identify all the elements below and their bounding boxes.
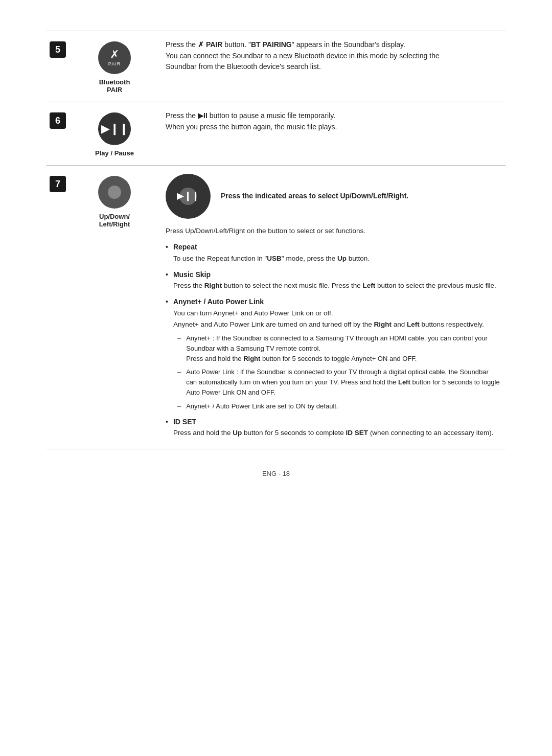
row-icon-nav: Up/Down/Left/Right bbox=[74, 166, 155, 449]
bluetooth-desc: Press the ✗ PAIR button. "BT PAIRING" ap… bbox=[166, 40, 440, 71]
nav-large-center: ▶❙❙ bbox=[179, 188, 197, 205]
row-num-6: 6 bbox=[46, 102, 74, 165]
playpause-button-icon: ▶❙❙ bbox=[98, 112, 131, 145]
playpause-icon-label: Play / Pause bbox=[95, 149, 134, 157]
playpause-desc: Press the ▶II button to pause a music fi… bbox=[166, 111, 337, 131]
row-nav: 7 Up/Down/Left/Right ▶❙❙ Press the indic… bbox=[46, 166, 506, 449]
manual-page: 5 ✗ PAIR BluetoothPAIR Press the ✗ PAIR … bbox=[46, 31, 506, 493]
bullet-content-anynet: Anynet+ / Auto Power Link You can turn A… bbox=[173, 296, 501, 411]
bluetooth-button-icon: ✗ PAIR bbox=[98, 41, 131, 74]
playpause-symbol-icon: ▶❙❙ bbox=[101, 122, 128, 135]
bullet-content-music-skip: Music Skip Press the Right button to sel… bbox=[173, 269, 496, 292]
row-content-nav: ▶❙❙ Press the indicated areas to select … bbox=[155, 166, 506, 449]
bullet-title-idset: ID SET bbox=[173, 418, 196, 426]
bullet-dot-idset: • bbox=[166, 417, 168, 428]
sub-item-default: – Anynet+ / Auto Power Link are set to O… bbox=[177, 401, 501, 411]
bullet-dot-anynet: • bbox=[166, 296, 168, 308]
nav-large-icon: ▶❙❙ bbox=[166, 174, 211, 219]
sub-item-autopower: – Auto Power Link : If the Soundbar is c… bbox=[177, 367, 501, 398]
bullet-dot-repeat: • bbox=[166, 242, 168, 253]
bullet-desc-repeat: To use the Repeat function in "USB" mode… bbox=[173, 255, 370, 262]
row-play-pause: 6 ▶❙❙ Play / Pause Press the ▶II button … bbox=[46, 102, 506, 166]
bullet-idset: • ID SET Press and hold the Up button fo… bbox=[166, 417, 501, 439]
bullet-desc-anynet-2: Anynet+ and Auto Power Link are turned o… bbox=[173, 320, 484, 328]
nav-func-desc: Press Up/Down/Left/Right on the button t… bbox=[166, 226, 501, 237]
nav-bullet-list: • Repeat To use the Repeat function in "… bbox=[166, 242, 501, 439]
row-bluetooth-pair: 5 ✗ PAIR BluetoothPAIR Press the ✗ PAIR … bbox=[46, 31, 506, 102]
bullet-content-repeat: Repeat To use the Repeat function in "US… bbox=[173, 242, 370, 264]
anynet-sub-list: – Anynet+ : If the Soundbar is connected… bbox=[177, 333, 501, 411]
bullet-desc-idset: Press and hold the Up button for 5 secon… bbox=[173, 429, 494, 437]
sub-item-anynet-hdmi: – Anynet+ : If the Soundbar is connected… bbox=[177, 333, 501, 364]
row-content-playpause: Press the ▶II button to pause a music fi… bbox=[155, 102, 506, 165]
row-num-5: 5 bbox=[46, 31, 74, 102]
page-footer: ENG - 18 bbox=[46, 470, 506, 493]
bt-pair-label: PAIR bbox=[108, 61, 121, 66]
num-badge-5: 5 bbox=[50, 41, 66, 58]
bullet-title-anynet: Anynet+ / Auto Power Link bbox=[173, 297, 264, 306]
nav-hint-row: ▶❙❙ Press the indicated areas to select … bbox=[166, 174, 501, 219]
row-num-7: 7 bbox=[46, 166, 74, 449]
bullet-repeat: • Repeat To use the Repeat function in "… bbox=[166, 242, 501, 264]
sub-dash-1: – bbox=[177, 333, 181, 343]
nav-center-symbol-icon: ▶❙❙ bbox=[177, 189, 199, 203]
bluetooth-icon-label: BluetoothPAIR bbox=[99, 78, 130, 94]
sub-dash-2: – bbox=[177, 367, 181, 377]
sub-dash-3: – bbox=[177, 401, 181, 411]
bullet-anynet: • Anynet+ / Auto Power Link You can turn… bbox=[166, 296, 501, 411]
bullet-content-idset: ID SET Press and hold the Up button for … bbox=[173, 417, 494, 439]
bullet-desc-anynet-1: You can turn Anynet+ and Auto Power Link… bbox=[173, 309, 333, 317]
row-icon-playpause: ▶❙❙ Play / Pause bbox=[74, 102, 155, 165]
row-icon-bluetooth: ✗ PAIR BluetoothPAIR bbox=[74, 31, 155, 102]
bullet-music-skip: • Music Skip Press the Right button to s… bbox=[166, 269, 501, 292]
bluetooth-symbol-icon: ✗ bbox=[110, 49, 119, 60]
row-content-bluetooth: Press the ✗ PAIR button. "BT PAIRING" ap… bbox=[155, 31, 506, 102]
nav-center-circle bbox=[108, 186, 121, 199]
num-badge-7: 7 bbox=[50, 176, 66, 192]
num-badge-6: 6 bbox=[50, 112, 66, 129]
nav-button-icon bbox=[98, 176, 131, 209]
bullet-title-music-skip: Music Skip bbox=[173, 270, 211, 279]
bullet-desc-music-skip: Press the Right button to select the nex… bbox=[173, 282, 496, 289]
bullet-title-repeat: Repeat bbox=[173, 243, 197, 251]
bullet-dot-music-skip: • bbox=[166, 269, 168, 281]
nav-hint-text: Press the indicated areas to select Up/D… bbox=[221, 191, 408, 202]
footer-text: ENG - 18 bbox=[262, 470, 290, 477]
nav-icon-label: Up/Down/Left/Right bbox=[99, 213, 130, 228]
sub-desc-anynet-hdmi: Anynet+ : If the Soundbar is connected t… bbox=[186, 333, 501, 364]
instructions-table: 5 ✗ PAIR BluetoothPAIR Press the ✗ PAIR … bbox=[46, 31, 506, 449]
sub-desc-default: Anynet+ / Auto Power Link are set to ON … bbox=[186, 401, 338, 411]
sub-desc-autopower: Auto Power Link : If the Soundbar is con… bbox=[186, 367, 501, 398]
